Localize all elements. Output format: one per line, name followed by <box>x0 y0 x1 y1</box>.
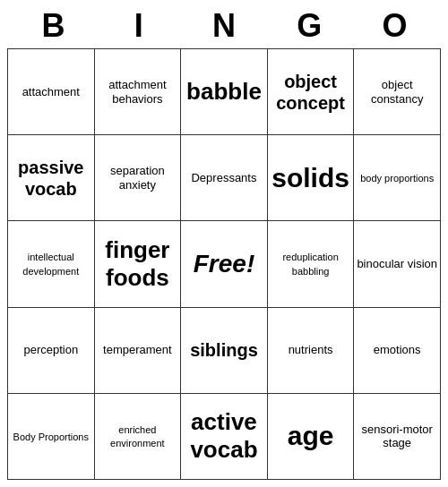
cell-r4-c1: enriched environment <box>94 393 181 479</box>
cell-r3-c3: nutrients <box>267 307 354 393</box>
cell-r4-c2: active vocab <box>181 393 268 479</box>
cell-r0-c2: babble <box>181 49 268 135</box>
title-o: O <box>352 7 437 45</box>
cell-r0-c0: attachment <box>8 49 95 135</box>
title-b: B <box>11 7 96 45</box>
title-g: G <box>267 7 352 45</box>
bingo-grid: attachmentattachment behaviorsbabbleobje… <box>7 48 441 480</box>
cell-r4-c3: age <box>267 393 354 479</box>
cell-r2-c0: intellectual development <box>8 221 95 307</box>
cell-r2-c2: Free! <box>181 221 268 307</box>
cell-r3-c4: emotions <box>354 307 441 393</box>
cell-r4-c4: sensori-motor stage <box>354 393 441 479</box>
cell-r1-c2: Depressants <box>181 135 268 221</box>
title-n: N <box>181 7 266 45</box>
cell-r2-c1: finger foods <box>94 221 181 307</box>
cell-r1-c1: separation anxiety <box>94 135 181 221</box>
cell-r3-c1: temperament <box>94 307 181 393</box>
cell-r1-c0: passive vocab <box>8 135 95 221</box>
cell-r0-c3: object concept <box>267 49 354 135</box>
cell-r2-c4: binocular vision <box>354 221 441 307</box>
title-i: I <box>96 7 181 45</box>
cell-r1-c3: solids <box>267 135 354 221</box>
cell-r1-c4: body proportions <box>354 135 441 221</box>
cell-r0-c4: object constancy <box>354 49 441 135</box>
cell-r3-c0: perception <box>8 307 95 393</box>
cell-r3-c2: siblings <box>181 307 268 393</box>
cell-r4-c0: Body Proportions <box>8 393 95 479</box>
cell-r2-c3: reduplication babbling <box>267 221 354 307</box>
bingo-title: B I N G O <box>7 7 441 45</box>
cell-r0-c1: attachment behaviors <box>94 49 181 135</box>
